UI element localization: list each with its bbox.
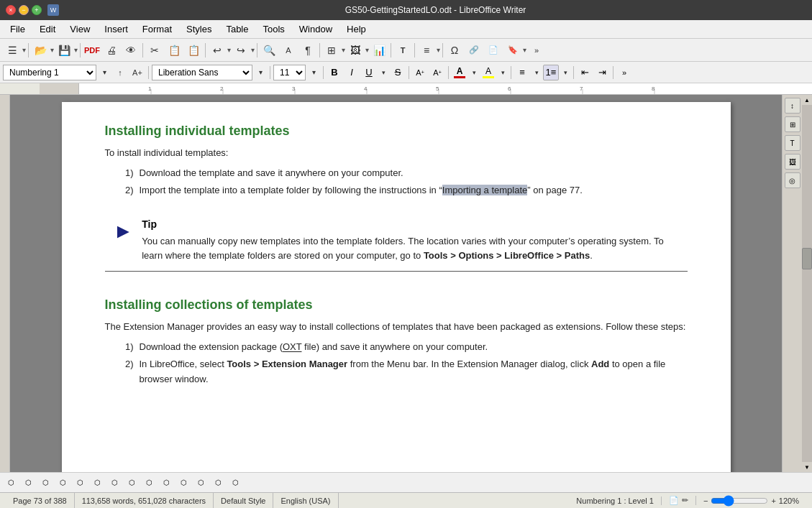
bullets-arrow[interactable]: ▾ (532, 63, 542, 82)
redo-arrow[interactable]: ▾ (251, 46, 255, 54)
numbering-arrow[interactable]: ▾ (560, 63, 570, 82)
indent-more-button[interactable]: ⇥ (594, 65, 610, 80)
undo-arrow[interactable]: ▾ (227, 46, 231, 54)
numbering2-btn[interactable]: ⬡ (175, 475, 191, 491)
undo-button[interactable]: ↩ (208, 41, 227, 60)
minimize-button[interactable]: − (19, 5, 29, 15)
chart-button[interactable]: 📊 (370, 41, 388, 60)
window-controls[interactable]: × − + (6, 5, 42, 15)
open-button[interactable]: 📂 (31, 41, 50, 60)
cut-button[interactable]: ✂ (145, 41, 164, 60)
paragraph-style-select[interactable]: Numbering 1 (3, 65, 96, 80)
maximize-button[interactable]: + (32, 5, 42, 15)
zoom-in-btn[interactable]: + (771, 497, 775, 505)
font-color-arrow[interactable]: ▾ (469, 63, 479, 82)
document-page[interactable]: Installing individual templates To insta… (62, 102, 731, 472)
superscript-button[interactable]: A+ (412, 65, 428, 80)
size-menu-btn[interactable]: ▾ (307, 63, 320, 82)
image-button[interactable]: 🖼 (346, 41, 365, 60)
formatting-marks-button[interactable]: ¶ (298, 41, 317, 60)
scroll-thumb[interactable] (802, 248, 812, 269)
special-char-button[interactable]: Ω (445, 41, 464, 60)
strikethrough-button[interactable]: S (390, 65, 406, 80)
footer-button[interactable]: 📄 (484, 41, 503, 60)
scroll-down-btn[interactable]: ▼ (802, 462, 812, 472)
indent-right-btn[interactable]: ⬡ (141, 475, 157, 491)
print-button[interactable]: 🖨 (102, 41, 121, 60)
menu-help[interactable]: Help (339, 22, 373, 37)
hyperlink-button[interactable]: 🔗 (465, 41, 483, 60)
bullets-button[interactable]: ≡ (514, 65, 530, 80)
numbering-button[interactable]: 1≡ (543, 65, 559, 80)
menu-insert[interactable]: Insert (97, 22, 135, 37)
sidebar-image-btn[interactable]: 🖼 (785, 154, 800, 170)
align-center-btn[interactable]: ⬡ (20, 475, 36, 491)
textbox-button[interactable]: T (393, 41, 412, 60)
bullets2-btn[interactable]: ⬡ (158, 475, 174, 491)
menu-file[interactable]: File (3, 22, 32, 37)
indent-btn[interactable]: ⬡ (210, 475, 226, 491)
style-menu-btn[interactable]: ▾ (98, 63, 111, 82)
scroll-track[interactable] (802, 105, 812, 462)
outdent-btn[interactable]: ⬡ (193, 475, 209, 491)
save-arrow[interactable]: ▾ (74, 46, 78, 54)
scroll-up-btn[interactable]: ▲ (802, 95, 812, 105)
menu-window[interactable]: Window (292, 22, 339, 37)
open-arrow[interactable]: ▾ (50, 46, 54, 54)
sidebar-text-btn[interactable]: T (785, 135, 800, 151)
indent-less-button[interactable]: ⇤ (577, 65, 593, 80)
update-style-btn[interactable]: ↑ (112, 65, 128, 80)
document-area[interactable]: Installing individual templates To insta… (10, 95, 782, 472)
sidebar-navigator-btn[interactable]: ◎ (785, 172, 800, 188)
font-select[interactable]: Liberation Sans (152, 65, 252, 80)
zoom-out-btn[interactable]: − (703, 497, 708, 505)
menu-format[interactable]: Format (135, 22, 179, 37)
highlight-color-button[interactable]: A (480, 65, 496, 80)
table-insert-btn[interactable]: ⬡ (227, 475, 243, 491)
find-button[interactable]: 🔍 (260, 41, 278, 60)
styles-button[interactable]: A (279, 41, 298, 60)
toolbar-list-arrow[interactable]: ▾ (22, 46, 26, 54)
bookmark-button[interactable]: 🔖 (503, 41, 522, 60)
menu-styles[interactable]: Styles (179, 22, 219, 37)
menu-tools[interactable]: Tools (255, 22, 291, 37)
save-button[interactable]: 💾 (55, 41, 73, 60)
table-button[interactable]: ⊞ (322, 41, 341, 60)
align-bottom-btn[interactable]: ⬡ (106, 475, 122, 491)
redo-button[interactable]: ↪ (232, 41, 250, 60)
italic-button[interactable]: I (344, 65, 360, 80)
underline-arrow[interactable]: ▾ (378, 63, 388, 82)
zoom-level[interactable]: − + 120% (696, 495, 806, 507)
zoom-slider[interactable] (711, 495, 768, 507)
vertical-scrollbar[interactable]: ▲ ▼ (802, 95, 812, 472)
copy-button[interactable]: 📋 (165, 41, 183, 60)
align-top-btn[interactable]: ⬡ (72, 475, 88, 491)
paragraph-align-button[interactable]: ≡ (417, 41, 436, 60)
sidebar-properties-btn[interactable]: ↕ (785, 98, 800, 114)
align-right-btn[interactable]: ⬡ (37, 475, 53, 491)
align-justify-btn[interactable]: ⬡ (55, 475, 70, 491)
align-arrow[interactable]: ▾ (437, 46, 440, 54)
pdf-button[interactable]: PDF (83, 41, 101, 60)
menu-view[interactable]: View (63, 22, 97, 37)
table-arrow[interactable]: ▾ (342, 46, 345, 54)
align-middle-btn[interactable]: ⬡ (89, 475, 105, 491)
image-arrow[interactable]: ▾ (365, 46, 369, 54)
bold-button[interactable]: B (327, 65, 342, 80)
preview-button[interactable]: 👁 (122, 41, 140, 60)
highlight-arrow[interactable]: ▾ (498, 63, 508, 82)
new-style-btn[interactable]: A+ (129, 65, 145, 80)
indent-left-btn[interactable]: ⬡ (124, 475, 140, 491)
more-fmt-button[interactable]: » (616, 65, 632, 80)
font-size-select[interactable]: 11 (273, 65, 306, 80)
subscript-button[interactable]: A+ (429, 65, 445, 80)
menu-table[interactable]: Table (219, 22, 255, 37)
font-color-button[interactable]: A (452, 65, 467, 80)
toolbar-list-icon[interactable]: ☰ (3, 41, 22, 60)
menu-edit[interactable]: Edit (32, 22, 63, 37)
sidebar-styles-btn[interactable]: ⊞ (785, 116, 800, 132)
align-left-btn[interactable]: ⬡ (3, 475, 19, 491)
close-button[interactable]: × (6, 5, 16, 15)
more-arrow[interactable]: ▾ (523, 46, 526, 54)
more-button[interactable]: » (527, 41, 546, 60)
